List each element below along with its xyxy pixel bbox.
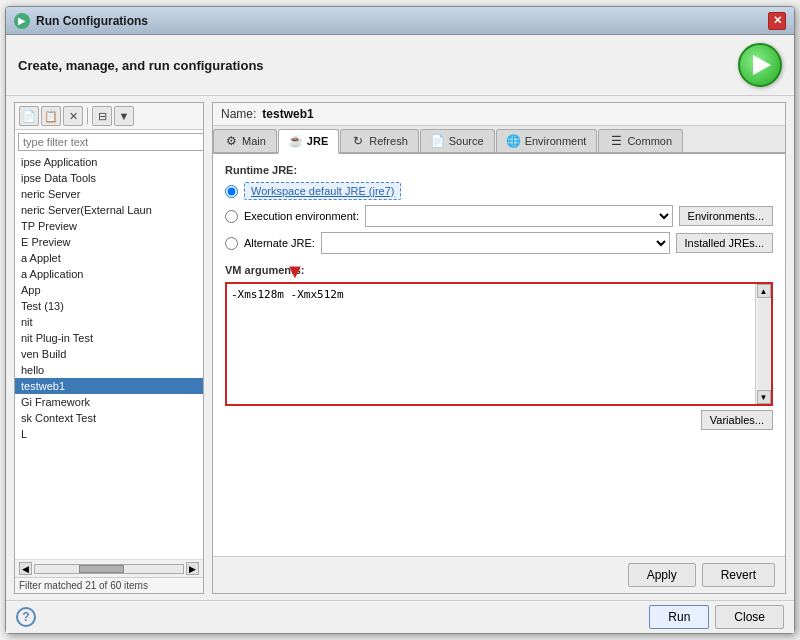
env-tab-icon: 🌐 <box>507 134 521 148</box>
scroll-left-button[interactable]: ◀ <box>19 562 32 575</box>
run-button[interactable]: Run <box>649 605 709 629</box>
tab-main-label: Main <box>242 135 266 147</box>
app-icon: ▶ <box>14 13 30 29</box>
main-tab-icon: ⚙ <box>224 134 238 148</box>
execution-env-dropdown[interactable] <box>365 205 673 227</box>
play-triangle-icon <box>753 55 771 75</box>
tab-environment[interactable]: 🌐 Environment <box>496 129 598 152</box>
footer-bar: ? Run Close <box>6 600 794 633</box>
workspace-jre-radio[interactable] <box>225 185 238 198</box>
list-item[interactable]: TP Preview <box>15 218 203 234</box>
tab-environment-label: Environment <box>525 135 587 147</box>
header-area: Create, manage, and run configurations <box>6 35 794 96</box>
execution-env-radio[interactable] <box>225 210 238 223</box>
scroll-track[interactable] <box>34 564 184 574</box>
close-button[interactable]: ✕ <box>768 12 786 30</box>
config-name: testweb1 <box>262 107 313 121</box>
vscroll-up-button[interactable]: ▲ <box>757 284 771 298</box>
apply-button[interactable]: Apply <box>628 563 696 587</box>
execution-env-row: Execution environment: Environments... <box>225 205 773 227</box>
footer-actions: Run Close <box>649 605 784 629</box>
list-item[interactable]: Test (13) <box>15 298 203 314</box>
workspace-jre-row: Workspace default JRE (jre7) <box>225 182 773 200</box>
copy-config-button[interactable]: 📋 <box>41 106 61 126</box>
refresh-tab-icon: ↻ <box>351 134 365 148</box>
horizontal-scrollbar: ◀ ▶ <box>15 559 203 577</box>
name-bar: Name: testweb1 <box>213 103 785 126</box>
tab-refresh-label: Refresh <box>369 135 408 147</box>
jre-tab-content: Runtime JRE: Workspace default JRE (jre7… <box>213 154 785 556</box>
alternate-jre-dropdown[interactable] <box>321 232 670 254</box>
main-content: 📄 📋 ✕ ⊟ ▼ ipse Application ipse Data Too… <box>6 96 794 600</box>
alternate-jre-radio[interactable] <box>225 237 238 250</box>
vscroll-down-button[interactable]: ▼ <box>757 390 771 404</box>
common-tab-icon: ☰ <box>609 134 623 148</box>
config-list: ipse Application ipse Data Tools neric S… <box>15 154 203 559</box>
tab-common[interactable]: ☰ Common <box>598 129 683 152</box>
vm-args-section: VM arguments: ▼ -Xms128m -Xmx512m ▲ ▼ <box>225 264 773 430</box>
tab-refresh[interactable]: ↻ Refresh <box>340 129 419 152</box>
list-item[interactable]: a Application <box>15 266 203 282</box>
vscroll-track <box>758 299 770 389</box>
left-toolbar: 📄 📋 ✕ ⊟ ▼ <box>15 103 203 130</box>
workspace-jre-label: Workspace default JRE (jre7) <box>244 182 401 200</box>
collapse-button[interactable]: ⊟ <box>92 106 112 126</box>
tab-jre[interactable]: ☕ JRE <box>278 129 339 154</box>
vm-args-label: VM arguments: <box>225 264 773 276</box>
scroll-right-button[interactable]: ▶ <box>186 562 199 575</box>
filter-input[interactable] <box>18 133 204 151</box>
tab-jre-label: JRE <box>307 135 328 147</box>
list-item[interactable]: nit <box>15 314 203 330</box>
list-item-selected[interactable]: testweb1 <box>15 378 203 394</box>
list-item[interactable]: hello <box>15 362 203 378</box>
title-bar: ▶ Run Configurations ✕ <box>6 7 794 35</box>
alternate-jre-row: Alternate JRE: Installed JREs... <box>225 232 773 254</box>
filter-dropdown-button[interactable]: ▼ <box>114 106 134 126</box>
delete-config-button[interactable]: ✕ <box>63 106 83 126</box>
tabs-bar: ⚙ Main ☕ JRE ↻ Refresh 📄 Source 🌐 En <box>213 126 785 154</box>
apply-revert-bar: Apply Revert <box>213 556 785 593</box>
help-button[interactable]: ? <box>16 607 36 627</box>
run-icon-button[interactable] <box>738 43 782 87</box>
title-bar-left: ▶ Run Configurations <box>14 13 148 29</box>
list-item[interactable]: ipse Application <box>15 154 203 170</box>
variables-button[interactable]: Variables... <box>701 410 773 430</box>
list-item[interactable]: neric Server <box>15 186 203 202</box>
vm-args-textarea[interactable]: -Xms128m -Xmx512m <box>227 284 771 404</box>
jre-tab-icon: ☕ <box>289 134 303 148</box>
tab-source[interactable]: 📄 Source <box>420 129 495 152</box>
source-tab-icon: 📄 <box>431 134 445 148</box>
list-item[interactable]: L <box>15 426 203 442</box>
vm-args-container: ▼ -Xms128m -Xmx512m ▲ ▼ <box>225 282 773 406</box>
runtime-jre-label: Runtime JRE: <box>225 164 773 176</box>
list-item[interactable]: neric Server(External Laun <box>15 202 203 218</box>
list-item[interactable]: ipse Data Tools <box>15 170 203 186</box>
list-item[interactable]: App <box>15 282 203 298</box>
close-button[interactable]: Close <box>715 605 784 629</box>
main-window: ▶ Run Configurations ✕ Create, manage, a… <box>5 6 795 634</box>
toolbar-separator <box>87 108 88 124</box>
list-item[interactable]: nit Plug-in Test <box>15 330 203 346</box>
execution-env-label: Execution environment: <box>244 210 359 222</box>
vm-args-inner: -Xms128m -Xmx512m ▲ ▼ <box>227 284 771 404</box>
tab-common-label: Common <box>627 135 672 147</box>
revert-button[interactable]: Revert <box>702 563 775 587</box>
filter-status: Filter matched 21 of 60 items <box>15 577 203 593</box>
vm-args-scrollbar: ▲ ▼ <box>755 284 771 404</box>
environments-button[interactable]: Environments... <box>679 206 773 226</box>
alternate-jre-controls: Installed JREs... <box>321 232 773 254</box>
list-item[interactable]: ven Build <box>15 346 203 362</box>
alternate-jre-label: Alternate JRE: <box>244 237 315 249</box>
tab-main[interactable]: ⚙ Main <box>213 129 277 152</box>
list-item[interactable]: Gi Framework <box>15 394 203 410</box>
left-panel: 📄 📋 ✕ ⊟ ▼ ipse Application ipse Data Too… <box>14 102 204 594</box>
installed-jres-button[interactable]: Installed JREs... <box>676 233 773 253</box>
new-config-button[interactable]: 📄 <box>19 106 39 126</box>
tab-source-label: Source <box>449 135 484 147</box>
list-item[interactable]: a Applet <box>15 250 203 266</box>
vm-args-box: -Xms128m -Xmx512m ▲ ▼ <box>225 282 773 406</box>
scroll-thumb <box>79 565 123 573</box>
list-item[interactable]: E Preview <box>15 234 203 250</box>
jre-radio-group: Workspace default JRE (jre7) Execution e… <box>225 182 773 254</box>
list-item[interactable]: sk Context Test <box>15 410 203 426</box>
